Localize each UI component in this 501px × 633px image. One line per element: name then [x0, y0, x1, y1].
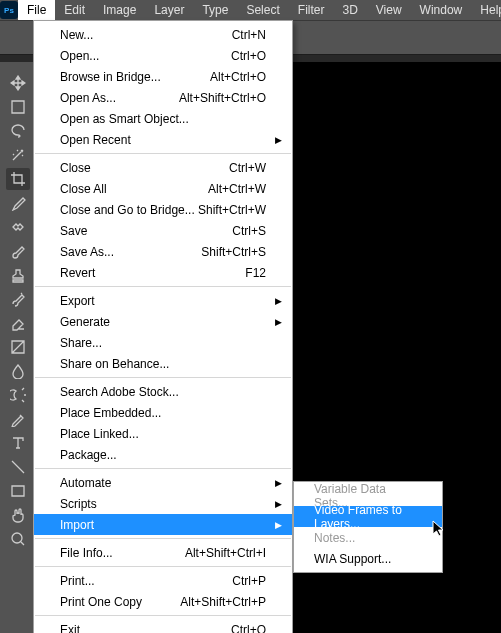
menu-item-label: Open as Smart Object... [60, 112, 189, 126]
heal-tool[interactable] [6, 216, 30, 238]
menu-item-shortcut: Ctrl+O [231, 49, 266, 63]
menu-separator [35, 377, 291, 378]
menu-item-open-as[interactable]: Open As...Alt+Shift+Ctrl+O [34, 87, 292, 108]
menu-item-shortcut: Ctrl+N [232, 28, 266, 42]
path-tool[interactable] [6, 456, 30, 478]
menu-item-label: Open As... [60, 91, 116, 105]
menu-item-label: Generate [60, 315, 110, 329]
type-tool[interactable] [6, 432, 30, 454]
menu-item-label: Open Recent [60, 133, 131, 147]
submenu-arrow-icon: ▶ [275, 317, 282, 327]
menu-item-share-on-behance[interactable]: Share on Behance... [34, 353, 292, 374]
menu-item-label: Print One Copy [60, 595, 142, 609]
menubar-item-help[interactable]: Help [471, 0, 501, 20]
menu-item-browse-in-bridge[interactable]: Browse in Bridge...Alt+Ctrl+O [34, 66, 292, 87]
stamp-tool[interactable] [6, 264, 30, 286]
menu-item-revert[interactable]: RevertF12 [34, 262, 292, 283]
menu-item-label: File Info... [60, 546, 113, 560]
mouse-cursor-icon [432, 520, 446, 538]
menu-item-open[interactable]: Open...Ctrl+O [34, 45, 292, 66]
submenu-arrow-icon: ▶ [275, 135, 282, 145]
menu-item-shortcut: Shift+Ctrl+S [201, 245, 266, 259]
menu-item-label: Exit [60, 623, 80, 634]
submenu-arrow-icon: ▶ [275, 478, 282, 488]
zoom-tool[interactable] [6, 528, 30, 550]
menu-item-import[interactable]: Import▶ [34, 514, 292, 535]
move-tool[interactable] [6, 72, 30, 94]
menu-item-new[interactable]: New...Ctrl+N [34, 24, 292, 45]
menu-item-search-adobe-stock[interactable]: Search Adobe Stock... [34, 381, 292, 402]
magicwand-tool[interactable] [6, 144, 30, 166]
menu-item-label: Revert [60, 266, 95, 280]
menu-item-label: Place Linked... [60, 427, 139, 441]
brush-tool[interactable] [6, 240, 30, 262]
menu-item-exit[interactable]: ExitCtrl+Q [34, 619, 292, 633]
app-icon: Ps [0, 0, 18, 20]
menu-item-scripts[interactable]: Scripts▶ [34, 493, 292, 514]
hand-tool[interactable] [6, 504, 30, 526]
rect-tool[interactable] [6, 480, 30, 502]
eraser-tool[interactable] [6, 312, 30, 334]
file-menu: New...Ctrl+NOpen...Ctrl+OBrowse in Bridg… [33, 20, 293, 633]
menu-item-shortcut: Ctrl+W [229, 161, 266, 175]
pen-tool[interactable] [6, 408, 30, 430]
menubar-item-select[interactable]: Select [237, 0, 288, 20]
menubar-item-image[interactable]: Image [94, 0, 145, 20]
dodge-tool[interactable] [6, 384, 30, 406]
menubar-item-layer[interactable]: Layer [145, 0, 193, 20]
menu-item-label: Place Embedded... [60, 406, 161, 420]
gradient-tool[interactable] [6, 336, 30, 358]
submenu-arrow-icon: ▶ [275, 499, 282, 509]
menu-item-shortcut: Alt+Shift+Ctrl+O [179, 91, 266, 105]
menu-item-label: Close [60, 161, 91, 175]
menu-item-save[interactable]: SaveCtrl+S [34, 220, 292, 241]
menu-item-close-and-go-to-bridge[interactable]: Close and Go to Bridge...Shift+Ctrl+W [34, 199, 292, 220]
menubar-item-window[interactable]: Window [411, 0, 472, 20]
menu-item-open-as-smart-object[interactable]: Open as Smart Object... [34, 108, 292, 129]
menubar-item-edit[interactable]: Edit [55, 0, 94, 20]
crop-tool[interactable] [6, 168, 30, 190]
menu-item-label: Package... [60, 448, 117, 462]
submenu-item-video-frames-to-layers[interactable]: Video Frames to Layers... [294, 506, 442, 527]
menu-item-print[interactable]: Print...Ctrl+P [34, 570, 292, 591]
menu-item-place-linked[interactable]: Place Linked... [34, 423, 292, 444]
menu-item-label: Save As... [60, 245, 114, 259]
menubar-item-view[interactable]: View [367, 0, 411, 20]
menu-item-generate[interactable]: Generate▶ [34, 311, 292, 332]
menu-separator [35, 153, 291, 154]
menu-item-open-recent[interactable]: Open Recent▶ [34, 129, 292, 150]
menubar-item-file[interactable]: File [18, 0, 55, 20]
menu-item-label: Browse in Bridge... [60, 70, 161, 84]
menu-item-label: Import [60, 518, 94, 532]
menu-item-shortcut: Alt+Ctrl+W [208, 182, 266, 196]
menu-item-label: Open... [60, 49, 99, 63]
menu-item-automate[interactable]: Automate▶ [34, 472, 292, 493]
menu-item-export[interactable]: Export▶ [34, 290, 292, 311]
menu-item-print-one-copy[interactable]: Print One CopyAlt+Shift+Ctrl+P [34, 591, 292, 612]
menu-item-shortcut: Alt+Shift+Ctrl+I [185, 546, 266, 560]
menu-item-save-as[interactable]: Save As...Shift+Ctrl+S [34, 241, 292, 262]
menu-item-label: Export [60, 294, 95, 308]
menu-item-label: Print... [60, 574, 95, 588]
eyedropper-tool[interactable] [6, 192, 30, 214]
menu-item-file-info[interactable]: File Info...Alt+Shift+Ctrl+I [34, 542, 292, 563]
photoshop-logo-icon: Ps [0, 1, 18, 19]
menu-item-close-all[interactable]: Close AllAlt+Ctrl+W [34, 178, 292, 199]
submenu-arrow-icon: ▶ [275, 296, 282, 306]
menubar-item-filter[interactable]: Filter [289, 0, 334, 20]
menu-item-label: Share... [60, 336, 102, 350]
history-tool[interactable] [6, 288, 30, 310]
menubar-item-type[interactable]: Type [193, 0, 237, 20]
menu-item-label: Close and Go to Bridge... [60, 203, 195, 217]
menubar-item-3d[interactable]: 3D [333, 0, 366, 20]
blur-tool[interactable] [6, 360, 30, 382]
menu-item-place-embedded[interactable]: Place Embedded... [34, 402, 292, 423]
submenu-item-wia-support[interactable]: WIA Support... [294, 548, 442, 569]
menu-separator [35, 566, 291, 567]
menu-item-package[interactable]: Package... [34, 444, 292, 465]
menu-item-share[interactable]: Share... [34, 332, 292, 353]
toolbar [0, 62, 36, 633]
marquee-tool[interactable] [6, 96, 30, 118]
menu-item-close[interactable]: CloseCtrl+W [34, 157, 292, 178]
lasso-tool[interactable] [6, 120, 30, 142]
